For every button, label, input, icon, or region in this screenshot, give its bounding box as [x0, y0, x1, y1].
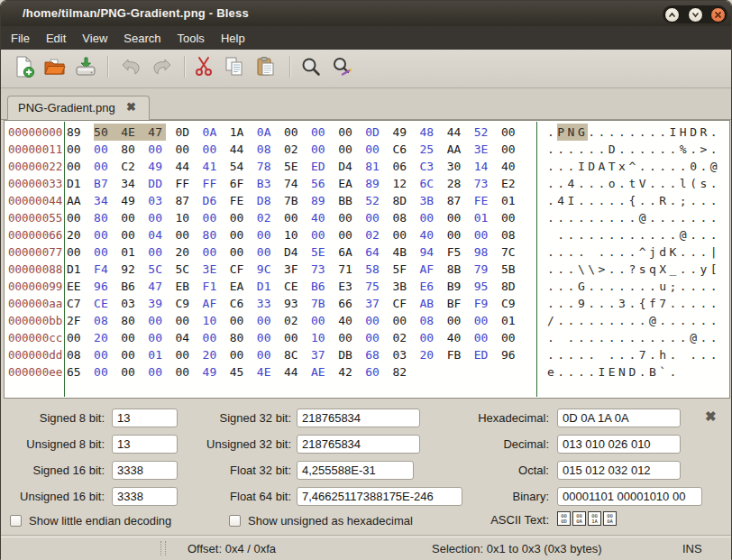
ascii-char[interactable]: G [578, 278, 588, 295]
menu-file[interactable]: File [3, 28, 38, 49]
ascii-char[interactable]: . [578, 175, 588, 192]
ascii-char[interactable]: 4 [557, 192, 567, 209]
ascii-char[interactable]: H [680, 124, 690, 141]
ascii-char[interactable]: ^ [639, 243, 649, 261]
ascii-char[interactable]: . [710, 278, 720, 295]
ascii-char[interactable]: . [680, 243, 690, 261]
ascii-char[interactable]: . [639, 278, 649, 295]
hex-byte[interactable]: FF [203, 175, 230, 192]
ascii-char[interactable]: . [568, 346, 578, 363]
hex-byte[interactable]: 39 [148, 295, 175, 312]
ascii-char[interactable]: . [628, 346, 638, 363]
hex-byte[interactable]: EA [338, 175, 365, 192]
hex-byte[interactable]: 10 [203, 312, 230, 329]
hex-byte[interactable]: 74 [284, 175, 311, 192]
close-button[interactable] [710, 7, 726, 23]
hex-byte[interactable]: CE [284, 278, 311, 295]
ascii-char[interactable]: o [608, 175, 618, 192]
ascii-char[interactable]: . [557, 278, 567, 295]
ascii-char[interactable] [680, 346, 690, 363]
field-signed-32bit[interactable]: 218765834 [297, 409, 420, 427]
menu-help[interactable]: Help [213, 28, 253, 49]
ascii-char[interactable]: . [628, 278, 638, 295]
hex-byte[interactable]: 8D [392, 192, 419, 209]
ascii-char[interactable]: . [598, 192, 608, 209]
hex-byte[interactable]: 03 [121, 295, 148, 312]
hex-byte[interactable]: 2F [67, 312, 94, 329]
hex-byte[interactable]: 37 [311, 346, 338, 363]
ascii-char[interactable]: . [557, 141, 567, 158]
ascii-char[interactable]: . [659, 226, 669, 243]
ascii-char[interactable]: . [649, 346, 659, 363]
ascii-char[interactable]: . [588, 312, 598, 329]
hex-byte[interactable]: 00 [203, 243, 230, 261]
tab-close-icon[interactable]: ✖ [126, 100, 136, 114]
ascii-char[interactable]: . [670, 346, 680, 363]
hex-byte[interactable]: 00 [94, 226, 121, 243]
ascii-char[interactable]: . [588, 278, 598, 295]
ascii-char[interactable]: . [608, 226, 618, 243]
ascii-char[interactable] [557, 329, 567, 346]
hex-byte[interactable]: 3F [284, 261, 311, 278]
hex-byte[interactable]: F5 [447, 243, 474, 261]
hex-byte[interactable]: FF [175, 175, 202, 192]
ascii-char[interactable]: . [670, 295, 680, 312]
ascii-char[interactable]: . [690, 312, 700, 329]
hex-byte[interactable]: ED [474, 346, 501, 363]
ascii-char[interactable]: . [608, 209, 618, 226]
hex-byte[interactable]: 10 [311, 329, 338, 346]
ascii-char[interactable]: . [568, 226, 578, 243]
ascii-char[interactable]: . [557, 261, 567, 278]
ascii-char[interactable]: . [700, 243, 709, 261]
ascii-char[interactable]: . [649, 175, 659, 192]
ascii-char[interactable]: f [649, 295, 659, 312]
ascii-char[interactable]: . [649, 192, 659, 209]
hex-byte[interactable]: 00 [148, 312, 175, 329]
hex-byte[interactable]: 00 [94, 158, 121, 175]
ascii-char[interactable]: . [690, 226, 700, 243]
hex-byte[interactable]: B6 [311, 278, 338, 295]
ascii-char[interactable]: . [690, 278, 700, 295]
hex-byte[interactable]: 52 [365, 192, 392, 209]
hex-byte[interactable]: C6 [230, 295, 257, 312]
hex-byte[interactable]: 33 [257, 295, 284, 312]
ascii-char[interactable]: . [680, 158, 690, 175]
hex-byte[interactable]: B9 [447, 278, 474, 295]
ascii-char[interactable]: . [618, 175, 628, 192]
hex-byte[interactable]: 00 [365, 329, 392, 346]
hex-byte[interactable]: 10 [175, 209, 202, 226]
ascii-char[interactable]: . [628, 209, 638, 226]
ascii-char[interactable] [598, 346, 608, 363]
ascii-char[interactable]: . [618, 346, 628, 363]
ascii-char[interactable]: ; [680, 192, 690, 209]
ascii-char[interactable]: . [618, 124, 628, 141]
hex-byte[interactable]: D8 [257, 192, 284, 209]
hex-byte[interactable]: BB [338, 192, 365, 209]
ascii-char[interactable]: . [578, 329, 588, 346]
ascii-char[interactable]: . [598, 141, 608, 158]
hex-byte[interactable]: 5C [148, 261, 175, 278]
ascii-char[interactable]: . [659, 141, 669, 158]
hex-byte[interactable]: EA [230, 278, 257, 295]
ascii-char[interactable]: . [568, 295, 578, 312]
ascii-char[interactable]: . [618, 329, 628, 346]
ascii-char[interactable]: . [588, 363, 598, 381]
hex-byte[interactable]: E3 [338, 278, 365, 295]
save-button[interactable] [74, 55, 97, 78]
ascii-char[interactable]: . [557, 209, 567, 226]
ascii-char[interactable]: . [649, 124, 659, 141]
hex-byte[interactable]: 02 [284, 141, 311, 158]
ascii-char[interactable]: . [639, 141, 649, 158]
ascii-char[interactable]: R [659, 192, 669, 209]
hex-byte[interactable]: 00 [121, 346, 148, 363]
hex-byte[interactable]: 34 [94, 192, 121, 209]
hex-byte[interactable]: 3E [203, 261, 230, 278]
hex-byte[interactable]: 6A [338, 243, 365, 261]
ascii-char[interactable]: . [608, 192, 618, 209]
ascii-char[interactable]: . [568, 278, 578, 295]
checkbox-little-endian-label[interactable]: Show little endian decoding [29, 514, 171, 528]
ascii-char[interactable]: . [568, 329, 578, 346]
ascii-char[interactable]: . [639, 226, 649, 243]
hex-byte[interactable]: 93 [284, 295, 311, 312]
ascii-char[interactable]: . [578, 141, 588, 158]
